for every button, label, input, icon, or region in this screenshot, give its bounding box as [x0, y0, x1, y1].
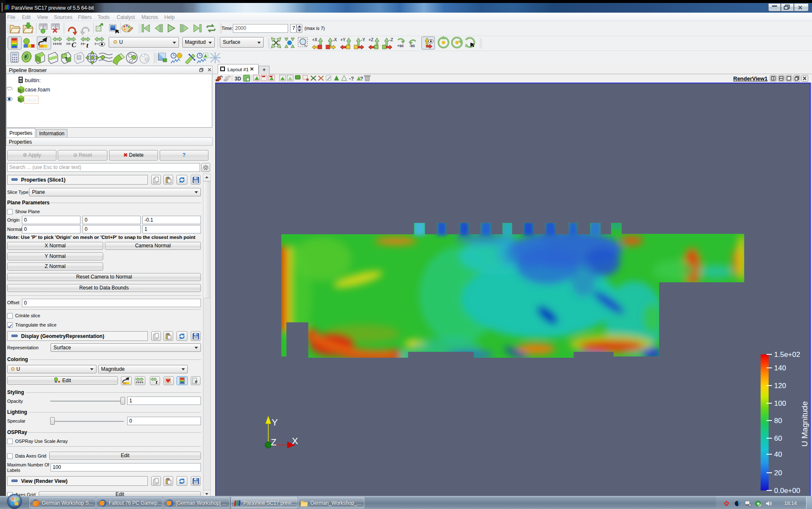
svg-text:140: 140: [774, 364, 786, 372]
svg-text:0.0e+00: 0.0e+00: [774, 487, 800, 495]
svg-text:120: 120: [774, 382, 786, 390]
svg-text:-?: -?: [349, 76, 354, 82]
svg-text:20: 20: [774, 469, 782, 477]
svg-text:-Y: -Y: [361, 38, 365, 42]
svg-text:+X: +X: [312, 38, 318, 42]
svg-text:3D: 3D: [235, 76, 241, 82]
svg-text:80: 80: [774, 417, 782, 425]
svg-text:-Z: -Z: [389, 38, 393, 42]
svg-text:t: t: [156, 379, 158, 384]
svg-text:1.5e+02: 1.5e+02: [774, 351, 800, 359]
svg-text:100: 100: [774, 399, 786, 407]
svg-text:40: 40: [774, 450, 782, 458]
svg-text:e: e: [195, 378, 198, 384]
svg-text:T: T: [65, 57, 67, 62]
svg-text:+Y: +Y: [340, 38, 346, 42]
svg-text:+90: +90: [397, 44, 403, 48]
svg-text:-X: -X: [333, 38, 337, 42]
svg-text:?: ?: [360, 76, 363, 82]
svg-text:U Magnitude: U Magnitude: [800, 401, 809, 447]
svg-text:60: 60: [774, 434, 782, 442]
svg-text:Z: Z: [271, 437, 276, 447]
svg-text:X: X: [292, 436, 298, 446]
svg-text:-90: -90: [409, 44, 415, 48]
svg-text:C: C: [72, 41, 76, 48]
svg-text:t: t: [86, 41, 89, 49]
svg-text:Y: Y: [272, 417, 278, 428]
svg-text:+Z: +Z: [369, 38, 374, 42]
